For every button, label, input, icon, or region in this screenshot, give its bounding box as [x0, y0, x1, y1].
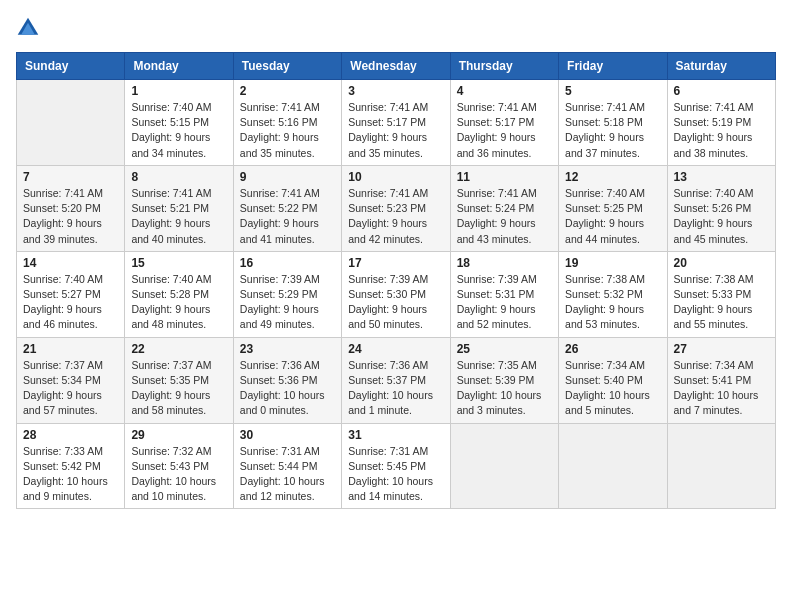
- calendar-header-row: SundayMondayTuesdayWednesdayThursdayFrid…: [17, 53, 776, 80]
- day-info: Sunrise: 7:40 AMSunset: 5:26 PMDaylight:…: [674, 186, 769, 247]
- weekday-header-thursday: Thursday: [450, 53, 558, 80]
- day-info: Sunrise: 7:36 AMSunset: 5:36 PMDaylight:…: [240, 358, 335, 419]
- day-number: 30: [240, 428, 335, 442]
- calendar-cell: 31Sunrise: 7:31 AMSunset: 5:45 PMDayligh…: [342, 423, 450, 509]
- day-number: 3: [348, 84, 443, 98]
- day-number: 21: [23, 342, 118, 356]
- calendar-table: SundayMondayTuesdayWednesdayThursdayFrid…: [16, 52, 776, 509]
- calendar-week-5: 28Sunrise: 7:33 AMSunset: 5:42 PMDayligh…: [17, 423, 776, 509]
- calendar-cell: 22Sunrise: 7:37 AMSunset: 5:35 PMDayligh…: [125, 337, 233, 423]
- day-info: Sunrise: 7:41 AMSunset: 5:17 PMDaylight:…: [348, 100, 443, 161]
- weekday-header-sunday: Sunday: [17, 53, 125, 80]
- day-number: 22: [131, 342, 226, 356]
- day-info: Sunrise: 7:37 AMSunset: 5:34 PMDaylight:…: [23, 358, 118, 419]
- calendar-week-1: 1Sunrise: 7:40 AMSunset: 5:15 PMDaylight…: [17, 80, 776, 166]
- day-info: Sunrise: 7:41 AMSunset: 5:19 PMDaylight:…: [674, 100, 769, 161]
- calendar-cell: 26Sunrise: 7:34 AMSunset: 5:40 PMDayligh…: [559, 337, 667, 423]
- calendar-week-2: 7Sunrise: 7:41 AMSunset: 5:20 PMDaylight…: [17, 165, 776, 251]
- day-info: Sunrise: 7:41 AMSunset: 5:23 PMDaylight:…: [348, 186, 443, 247]
- day-info: Sunrise: 7:41 AMSunset: 5:18 PMDaylight:…: [565, 100, 660, 161]
- day-info: Sunrise: 7:41 AMSunset: 5:16 PMDaylight:…: [240, 100, 335, 161]
- day-number: 5: [565, 84, 660, 98]
- day-info: Sunrise: 7:40 AMSunset: 5:28 PMDaylight:…: [131, 272, 226, 333]
- day-number: 29: [131, 428, 226, 442]
- day-number: 24: [348, 342, 443, 356]
- day-info: Sunrise: 7:40 AMSunset: 5:15 PMDaylight:…: [131, 100, 226, 161]
- weekday-header-wednesday: Wednesday: [342, 53, 450, 80]
- day-info: Sunrise: 7:38 AMSunset: 5:32 PMDaylight:…: [565, 272, 660, 333]
- calendar-cell: 25Sunrise: 7:35 AMSunset: 5:39 PMDayligh…: [450, 337, 558, 423]
- day-number: 14: [23, 256, 118, 270]
- calendar-cell: 21Sunrise: 7:37 AMSunset: 5:34 PMDayligh…: [17, 337, 125, 423]
- day-info: Sunrise: 7:38 AMSunset: 5:33 PMDaylight:…: [674, 272, 769, 333]
- day-number: 2: [240, 84, 335, 98]
- calendar-week-4: 21Sunrise: 7:37 AMSunset: 5:34 PMDayligh…: [17, 337, 776, 423]
- calendar-cell: 3Sunrise: 7:41 AMSunset: 5:17 PMDaylight…: [342, 80, 450, 166]
- day-number: 23: [240, 342, 335, 356]
- day-number: 15: [131, 256, 226, 270]
- page-header: [16, 16, 776, 40]
- day-number: 10: [348, 170, 443, 184]
- day-info: Sunrise: 7:35 AMSunset: 5:39 PMDaylight:…: [457, 358, 552, 419]
- calendar-cell: [17, 80, 125, 166]
- day-info: Sunrise: 7:36 AMSunset: 5:37 PMDaylight:…: [348, 358, 443, 419]
- calendar-cell: 24Sunrise: 7:36 AMSunset: 5:37 PMDayligh…: [342, 337, 450, 423]
- calendar-cell: [559, 423, 667, 509]
- day-info: Sunrise: 7:41 AMSunset: 5:17 PMDaylight:…: [457, 100, 552, 161]
- calendar-cell: 2Sunrise: 7:41 AMSunset: 5:16 PMDaylight…: [233, 80, 341, 166]
- day-info: Sunrise: 7:31 AMSunset: 5:44 PMDaylight:…: [240, 444, 335, 505]
- day-number: 13: [674, 170, 769, 184]
- calendar-cell: 14Sunrise: 7:40 AMSunset: 5:27 PMDayligh…: [17, 251, 125, 337]
- day-info: Sunrise: 7:41 AMSunset: 5:21 PMDaylight:…: [131, 186, 226, 247]
- day-number: 31: [348, 428, 443, 442]
- day-number: 28: [23, 428, 118, 442]
- logo-icon: [16, 16, 40, 40]
- calendar-cell: 4Sunrise: 7:41 AMSunset: 5:17 PMDaylight…: [450, 80, 558, 166]
- day-info: Sunrise: 7:39 AMSunset: 5:30 PMDaylight:…: [348, 272, 443, 333]
- calendar-cell: 29Sunrise: 7:32 AMSunset: 5:43 PMDayligh…: [125, 423, 233, 509]
- day-number: 19: [565, 256, 660, 270]
- day-number: 25: [457, 342, 552, 356]
- calendar-cell: 16Sunrise: 7:39 AMSunset: 5:29 PMDayligh…: [233, 251, 341, 337]
- calendar-cell: 11Sunrise: 7:41 AMSunset: 5:24 PMDayligh…: [450, 165, 558, 251]
- day-info: Sunrise: 7:39 AMSunset: 5:29 PMDaylight:…: [240, 272, 335, 333]
- day-info: Sunrise: 7:41 AMSunset: 5:22 PMDaylight:…: [240, 186, 335, 247]
- day-info: Sunrise: 7:34 AMSunset: 5:41 PMDaylight:…: [674, 358, 769, 419]
- calendar-cell: 6Sunrise: 7:41 AMSunset: 5:19 PMDaylight…: [667, 80, 775, 166]
- day-info: Sunrise: 7:34 AMSunset: 5:40 PMDaylight:…: [565, 358, 660, 419]
- day-info: Sunrise: 7:37 AMSunset: 5:35 PMDaylight:…: [131, 358, 226, 419]
- calendar-cell: [450, 423, 558, 509]
- weekday-header-tuesday: Tuesday: [233, 53, 341, 80]
- calendar-week-3: 14Sunrise: 7:40 AMSunset: 5:27 PMDayligh…: [17, 251, 776, 337]
- day-number: 12: [565, 170, 660, 184]
- calendar-cell: [667, 423, 775, 509]
- calendar-cell: 30Sunrise: 7:31 AMSunset: 5:44 PMDayligh…: [233, 423, 341, 509]
- calendar-cell: 28Sunrise: 7:33 AMSunset: 5:42 PMDayligh…: [17, 423, 125, 509]
- day-number: 16: [240, 256, 335, 270]
- calendar-cell: 19Sunrise: 7:38 AMSunset: 5:32 PMDayligh…: [559, 251, 667, 337]
- day-number: 17: [348, 256, 443, 270]
- weekday-header-saturday: Saturday: [667, 53, 775, 80]
- calendar-cell: 8Sunrise: 7:41 AMSunset: 5:21 PMDaylight…: [125, 165, 233, 251]
- day-number: 6: [674, 84, 769, 98]
- day-number: 11: [457, 170, 552, 184]
- day-info: Sunrise: 7:32 AMSunset: 5:43 PMDaylight:…: [131, 444, 226, 505]
- calendar-cell: 23Sunrise: 7:36 AMSunset: 5:36 PMDayligh…: [233, 337, 341, 423]
- day-number: 1: [131, 84, 226, 98]
- day-info: Sunrise: 7:31 AMSunset: 5:45 PMDaylight:…: [348, 444, 443, 505]
- day-number: 4: [457, 84, 552, 98]
- day-number: 20: [674, 256, 769, 270]
- logo: [16, 16, 44, 40]
- calendar-cell: 20Sunrise: 7:38 AMSunset: 5:33 PMDayligh…: [667, 251, 775, 337]
- weekday-header-monday: Monday: [125, 53, 233, 80]
- day-number: 18: [457, 256, 552, 270]
- day-info: Sunrise: 7:33 AMSunset: 5:42 PMDaylight:…: [23, 444, 118, 505]
- calendar-cell: 15Sunrise: 7:40 AMSunset: 5:28 PMDayligh…: [125, 251, 233, 337]
- calendar-cell: 1Sunrise: 7:40 AMSunset: 5:15 PMDaylight…: [125, 80, 233, 166]
- day-info: Sunrise: 7:41 AMSunset: 5:24 PMDaylight:…: [457, 186, 552, 247]
- day-number: 7: [23, 170, 118, 184]
- calendar-cell: 12Sunrise: 7:40 AMSunset: 5:25 PMDayligh…: [559, 165, 667, 251]
- day-number: 27: [674, 342, 769, 356]
- day-info: Sunrise: 7:40 AMSunset: 5:25 PMDaylight:…: [565, 186, 660, 247]
- calendar-cell: 27Sunrise: 7:34 AMSunset: 5:41 PMDayligh…: [667, 337, 775, 423]
